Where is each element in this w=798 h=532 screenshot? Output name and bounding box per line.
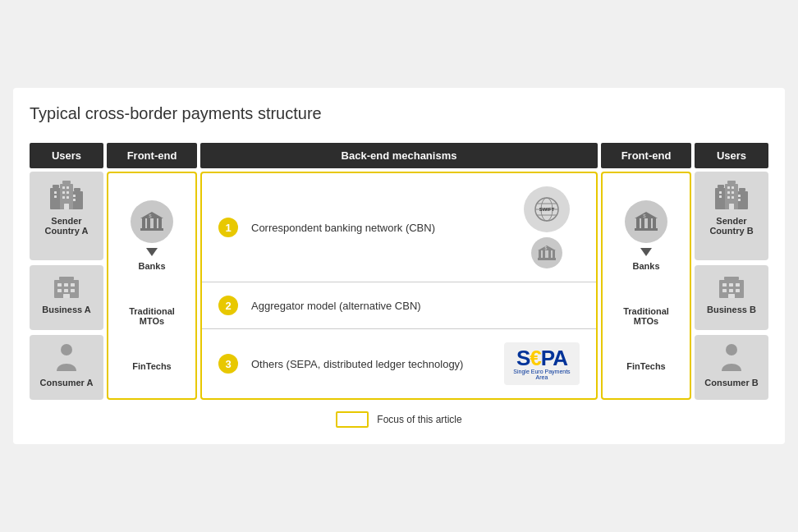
svg-rect-48 — [636, 218, 640, 228]
svg-rect-59 — [727, 181, 736, 184]
bank-svg-right: $ — [633, 210, 659, 233]
header-backend: Back-end mechanisms — [200, 143, 598, 168]
main-card: Typical cross-border payments structure … — [13, 88, 785, 444]
svg-rect-5 — [62, 181, 71, 184]
svg-rect-7 — [54, 195, 57, 198]
header-frontend-left: Front-end — [107, 143, 197, 168]
svg-rect-79 — [728, 294, 735, 298]
left-user-sender-country-label: SenderCountry A — [45, 216, 89, 236]
svg-rect-20 — [64, 283, 68, 287]
backend-item-cbn: 1 Correspondent banking network (CBN) — [202, 173, 596, 282]
svg-rect-19 — [57, 283, 62, 287]
svg-rect-73 — [722, 283, 727, 287]
building-single-icon-left — [51, 273, 82, 300]
left-user-consumer-label: Consumer A — [40, 378, 94, 388]
bank-svg-cbn: $ — [536, 244, 557, 262]
bank-icon-left: $ — [131, 200, 173, 243]
bank-icon-right: $ — [625, 200, 667, 243]
right-fe-mtos-label: TraditionalMTOs — [623, 306, 669, 326]
swift-globe-icon: SWIFT — [524, 186, 570, 232]
right-user-sender-country-label: SenderCountry B — [709, 216, 753, 236]
svg-rect-77 — [729, 289, 733, 292]
svg-rect-29 — [147, 218, 150, 228]
bank-icon-cbn: $ — [531, 237, 562, 268]
svg-rect-49 — [641, 218, 644, 228]
diagram: Users Front-end Back-end mechanisms Fron… — [30, 143, 768, 428]
svg-rect-6 — [54, 191, 57, 194]
right-fe-banks-label: Banks — [632, 261, 659, 271]
sepa-e-highlight: € — [530, 346, 540, 370]
badge-3: 3 — [218, 354, 238, 374]
right-user-consumer-label: Consumer B — [704, 378, 758, 388]
arrow-icon-right — [640, 248, 652, 256]
svg-rect-50 — [648, 218, 651, 228]
svg-rect-30 — [154, 218, 157, 228]
svg-rect-8 — [62, 186, 65, 189]
building-single-icon-right — [716, 273, 747, 300]
svg-rect-9 — [66, 186, 69, 189]
svg-rect-24 — [71, 289, 75, 292]
left-user-consumer: Consumer A — [30, 335, 103, 400]
header-users-right: Users — [695, 143, 768, 168]
svg-text:SWIFT: SWIFT — [539, 207, 555, 212]
svg-rect-70 — [729, 204, 734, 209]
svg-rect-51 — [653, 218, 656, 228]
svg-rect-60 — [719, 191, 722, 194]
page-title: Typical cross-border payments structure — [30, 104, 768, 130]
svg-rect-67 — [732, 196, 734, 199]
svg-rect-32 — [140, 228, 163, 231]
right-fe-mtos: TraditionalMTOs — [623, 306, 669, 326]
svg-rect-44 — [553, 250, 555, 258]
svg-rect-65 — [732, 191, 734, 194]
svg-rect-63 — [732, 186, 734, 189]
sepa-logo-area: S€PA Single Euro Payments Area — [504, 342, 580, 385]
svg-rect-52 — [635, 228, 658, 231]
sepa-subtitle: Single Euro Payments Area — [512, 369, 571, 380]
svg-rect-1 — [53, 185, 59, 188]
svg-rect-76 — [722, 289, 727, 292]
svg-rect-41 — [539, 250, 541, 258]
sepa-badge: S€PA Single Euro Payments Area — [504, 342, 580, 385]
svg-rect-10 — [62, 191, 65, 194]
svg-marker-27 — [140, 212, 163, 218]
left-users-column: SenderCountry A Business — [30, 172, 103, 400]
svg-rect-18 — [59, 277, 74, 280]
arrow-icon-left — [146, 248, 158, 256]
right-user-business-label: Business B — [707, 305, 756, 314]
person-icon-left — [55, 343, 78, 373]
backend-text-1: Correspondent banking network (CBN) — [251, 222, 501, 234]
backend-item-aggregator: 2 Aggregator model (alternative CBN) — [202, 282, 596, 329]
svg-rect-0 — [50, 188, 62, 209]
svg-rect-57 — [739, 188, 745, 191]
svg-text:$: $ — [545, 245, 548, 250]
backend-column: 1 Correspondent banking network (CBN) — [200, 172, 598, 400]
badge-1: 1 — [218, 218, 238, 237]
building-group-icon-right — [713, 180, 750, 211]
svg-rect-22 — [57, 289, 62, 292]
right-users-column: SenderCountry B Business B — [695, 172, 768, 400]
content-row: SenderCountry A Business — [30, 172, 768, 400]
svg-rect-13 — [66, 196, 69, 199]
svg-rect-28 — [142, 218, 145, 228]
svg-rect-15 — [73, 199, 76, 201]
left-fe-banks-label: Banks — [138, 261, 165, 271]
legend-box — [336, 411, 369, 428]
header-users-left: Users — [30, 143, 103, 168]
legend-text: Focus of this article — [377, 414, 461, 425]
sepa-text: S€PA — [516, 347, 567, 369]
svg-rect-31 — [158, 218, 162, 228]
svg-rect-3 — [74, 188, 80, 191]
svg-rect-78 — [736, 289, 740, 292]
header-frontend-right: Front-end — [601, 143, 691, 168]
header-row: Users Front-end Back-end mechanisms Fron… — [30, 143, 768, 168]
svg-rect-42 — [543, 250, 545, 258]
svg-rect-74 — [729, 283, 733, 287]
svg-rect-25 — [63, 294, 70, 298]
svg-point-80 — [726, 344, 737, 355]
svg-rect-68 — [738, 195, 741, 197]
svg-rect-66 — [727, 196, 730, 199]
svg-rect-62 — [727, 186, 730, 189]
right-user-consumer: Consumer B — [695, 335, 768, 400]
cbn-icon-area: SWIFT $ — [514, 186, 580, 268]
left-user-business-label: Business A — [42, 305, 91, 314]
